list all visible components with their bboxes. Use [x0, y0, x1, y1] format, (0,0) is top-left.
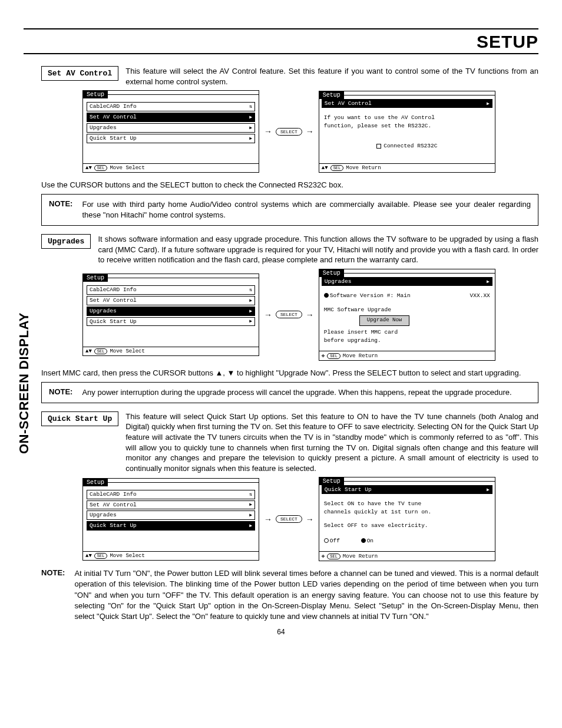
section-desc-upgrades: It shows software information and easy u…: [98, 234, 538, 265]
menu-item-cablecard[interactable]: CableCARD Info⇅: [87, 102, 255, 111]
menu-item-set-av[interactable]: Set AV Control▶: [87, 296, 255, 305]
upgrades-detail-box: Setup Upgrades▶ Software Version #: Main…: [319, 269, 495, 361]
select-button[interactable]: SELECT: [276, 128, 302, 136]
menu-item-set-av[interactable]: Set AV Control▶: [87, 500, 255, 510]
section-label-upgrades: Upgrades: [41, 234, 91, 249]
sidebar-label: ON-SCREEN DISPLAY: [16, 312, 32, 454]
menu-footer: ▲▼SELMove Select: [83, 163, 259, 172]
menu-setup-upgrades: Setup CableCARD Info⇅ Set AV Control▶ Up…: [82, 274, 259, 356]
menu-item-quick[interactable]: Quick Start Up▶: [87, 134, 255, 143]
av-detail-box: Setup Set AV Control▶ If you want to use…: [319, 91, 495, 173]
page-header: SETUP: [24, 32, 538, 54]
section-desc-av: This feature will select the AV Control …: [125, 66, 538, 87]
note-2: NOTE: Any power interruption during the …: [41, 382, 538, 403]
radio-off[interactable]: Off: [324, 538, 340, 544]
note-1: NOTE: For use with third party home Audi…: [41, 194, 538, 226]
instruction-rs232c: Use the CURSOR buttons and the SELECT bu…: [41, 180, 538, 190]
select-button[interactable]: SELECT: [276, 311, 302, 318]
section-label-av: Set AV Control: [41, 66, 118, 81]
section-desc-quick: This feature will select Quick Start Up …: [125, 411, 538, 473]
select-button[interactable]: SELECT: [276, 515, 302, 523]
menu-item-upgrades[interactable]: Upgrades▶: [87, 307, 255, 316]
menu-item-upgrades[interactable]: Upgrades▶: [87, 123, 255, 133]
radio-on[interactable]: On: [361, 538, 373, 544]
menu-item-set-av[interactable]: Set AV Control▶: [87, 113, 255, 122]
note-3: NOTE: At initial TV Turn "ON", the Power…: [41, 568, 538, 622]
flow-arrow: →SELECT→: [264, 127, 314, 136]
menu-setup-av: Setup CableCARD Info⇅ Set AV Control▶ Up…: [82, 90, 259, 173]
connected-rs232c-check[interactable]: Connected RS232C: [324, 142, 490, 150]
quick-detail-box: Setup Quick Start Up▶ Select ON to have …: [319, 477, 495, 561]
menu-item-quick[interactable]: Quick Start Up▶: [87, 317, 255, 327]
menu-item-quick[interactable]: Quick Start Up▶: [87, 521, 255, 531]
menu-setup-quick: Setup CableCARD Info⇅ Set AV Control▶ Up…: [82, 478, 259, 561]
menu-item-upgrades[interactable]: Upgrades▶: [87, 510, 255, 520]
section-label-quick: Quick Start Up: [41, 411, 118, 426]
menu-item-cablecard[interactable]: CableCARD Info⇅: [87, 285, 255, 295]
menu-item-cablecard[interactable]: CableCARD Info⇅: [87, 490, 255, 499]
page-title: SETUP: [477, 32, 538, 52]
upgrade-now-button[interactable]: Upgrade Now: [359, 315, 409, 326]
page-number: 64: [24, 628, 538, 636]
instruction-mmc: Insert MMC card, then press the CURSOR b…: [41, 368, 538, 378]
